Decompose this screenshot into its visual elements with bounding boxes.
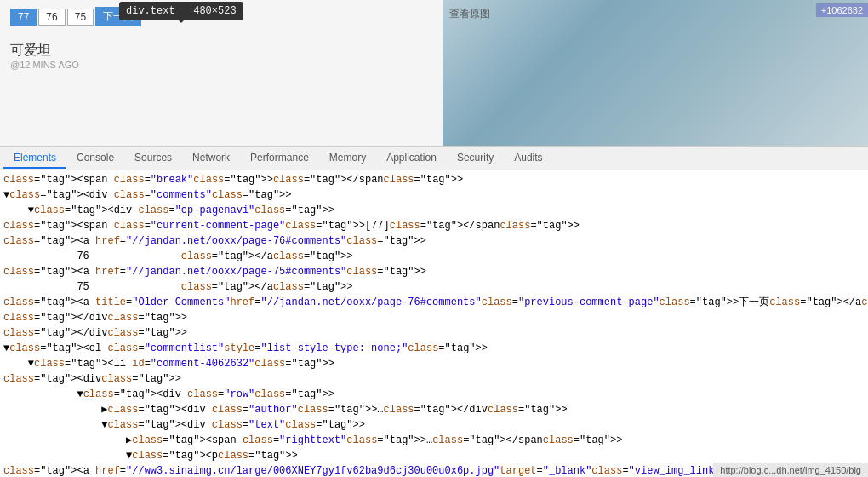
code-line[interactable]: ▼class="tag"><pclass="tag">> bbox=[0, 448, 868, 463]
code-line[interactable]: class="tag"><a href="//jandan.net/ooxx/p… bbox=[0, 264, 868, 279]
tooltip-selector: div.text bbox=[126, 5, 175, 17]
code-line[interactable]: ▼class="tag"><div class="row"class="tag"… bbox=[0, 387, 868, 402]
preview-area: 77 76 75 下一页 div.text 480×523 可爱坦 @12 MI… bbox=[0, 0, 868, 147]
view-original-label: 查看原图 bbox=[449, 7, 490, 21]
post-title: 可爱坦 bbox=[10, 42, 432, 60]
code-line[interactable]: ▼class="tag"><li id="comment-4062632"cla… bbox=[0, 356, 868, 371]
code-line[interactable]: class="tag"><a title="Older Comments" hr… bbox=[0, 295, 868, 310]
comment-id-badge: +1062632 bbox=[816, 3, 868, 17]
tooltip-dimensions: 480×523 bbox=[193, 5, 236, 17]
code-line[interactable]: class="tag"><span class="current-comment… bbox=[0, 218, 868, 233]
code-line[interactable]: ▼class="tag"><ol class="commentlist" sty… bbox=[0, 341, 868, 356]
tab-elements[interactable]: Elements bbox=[3, 148, 66, 169]
code-line[interactable]: class="tag"></divclass="tag">> bbox=[0, 310, 868, 325]
page-76-btn[interactable]: 76 bbox=[38, 9, 65, 26]
status-bar: http://blog.c...dh.net/img_4150/big bbox=[713, 463, 868, 477]
code-line[interactable]: ▶class="tag"><span class="righttext"clas… bbox=[0, 433, 868, 448]
tab-console[interactable]: Console bbox=[66, 148, 124, 169]
tab-application[interactable]: Application bbox=[376, 148, 447, 169]
code-line[interactable]: ▼class="tag"><div class="cp-pagenavi"cla… bbox=[0, 203, 868, 218]
status-text: http://blog.c...dh.net/img_4150/big bbox=[720, 465, 861, 475]
code-line[interactable]: ▶class="tag"><div class="author"class="t… bbox=[0, 402, 868, 417]
tab-sources[interactable]: Sources bbox=[124, 148, 182, 169]
preview-image: +1062632 查看原图 bbox=[443, 0, 868, 146]
code-line[interactable]: class="tag"><divclass="tag">> bbox=[0, 371, 868, 387]
code-line[interactable]: 76 class="tag"></aclass="tag">> bbox=[0, 249, 868, 264]
code-line[interactable]: class="tag"></divclass="tag">> bbox=[0, 325, 868, 341]
preview-right: +1062632 查看原图 bbox=[443, 0, 868, 146]
code-line[interactable]: ▼class="tag"><div class="comments"class=… bbox=[0, 187, 868, 203]
tab-audits[interactable]: Audits bbox=[504, 148, 552, 169]
page-77-btn[interactable]: 77 bbox=[10, 9, 37, 26]
elements-panel: class="tag"><span class="break"class="ta… bbox=[0, 170, 868, 477]
tooltip-bubble: div.text 480×523 bbox=[119, 2, 243, 20]
tab-performance[interactable]: Performance bbox=[240, 148, 319, 169]
tab-memory[interactable]: Memory bbox=[319, 148, 376, 169]
code-line[interactable]: 75 class="tag"></aclass="tag">> bbox=[0, 279, 868, 295]
code-line[interactable]: ▼class="tag"><div class="text"class="tag… bbox=[0, 417, 868, 433]
code-line[interactable]: class="tag"><a href="//jandan.net/ooxx/p… bbox=[0, 233, 868, 249]
post-info: 可爱坦 @12 MINS AGO bbox=[10, 42, 432, 70]
post-time: @12 MINS AGO bbox=[10, 60, 432, 70]
tab-security[interactable]: Security bbox=[447, 148, 504, 169]
page-75-btn[interactable]: 75 bbox=[67, 9, 94, 26]
code-line[interactable]: class="tag"><span class="break"class="ta… bbox=[0, 172, 868, 187]
devtools-tabs: Elements Console Sources Network Perform… bbox=[0, 147, 868, 170]
tab-network[interactable]: Network bbox=[182, 148, 240, 169]
preview-left: 77 76 75 下一页 div.text 480×523 可爱坦 @12 MI… bbox=[0, 0, 443, 146]
